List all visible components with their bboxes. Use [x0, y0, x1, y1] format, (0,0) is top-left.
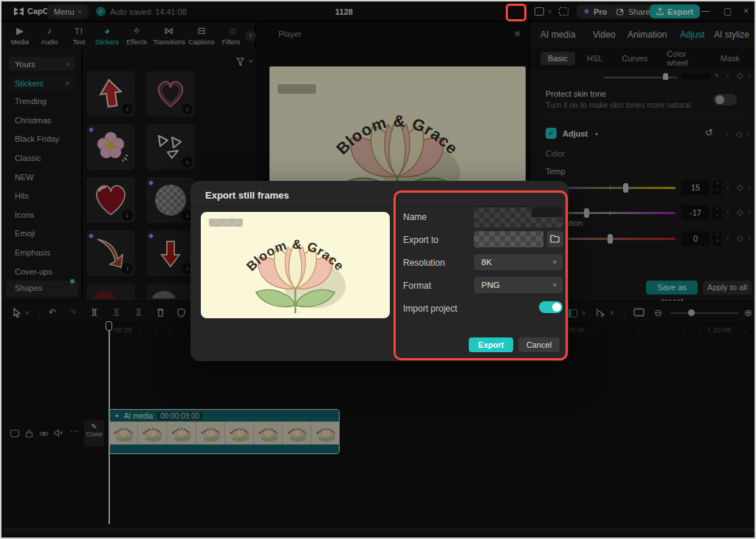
dialog-title: Export still frames	[205, 190, 289, 201]
annotation-highlight-dialog-form	[394, 190, 568, 360]
dialog-preview	[201, 212, 390, 318]
annotation-highlight-titlebar	[506, 4, 526, 21]
preview-brand-artwork	[221, 213, 369, 318]
app-window: Bloom & Grace CapCut Menu˅ ✓ Auto saved:…	[0, 0, 756, 539]
